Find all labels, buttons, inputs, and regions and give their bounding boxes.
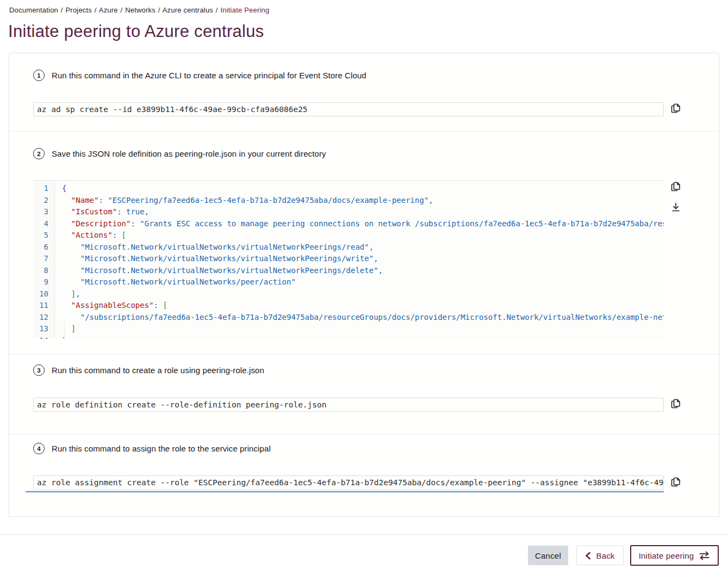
copy-icon bbox=[669, 180, 682, 193]
code-line: "Name": "ESCPeering/fa7eed6a-1ec5-4efa-b… bbox=[62, 195, 664, 207]
initiate-peering-button-label: Initiate peering bbox=[639, 551, 694, 560]
line-number: 2 bbox=[33, 195, 54, 207]
copy-icon bbox=[669, 102, 682, 115]
section-divider bbox=[9, 354, 719, 355]
cancel-button-label: Cancel bbox=[535, 551, 561, 560]
copy-button-step-3[interactable] bbox=[669, 397, 683, 411]
breadcrumb-item-azure-centralus[interactable]: Azure centralus bbox=[163, 6, 213, 14]
download-icon bbox=[669, 201, 682, 214]
download-button-step-2[interactable] bbox=[669, 200, 683, 214]
step-1-command-box[interactable]: az ad sp create --id e3899b11-4f6c-49ae-… bbox=[33, 102, 664, 116]
code-line: "Microsoft.Network/virtualNetworks/virtu… bbox=[62, 242, 664, 254]
breadcrumb-separator: / bbox=[215, 6, 219, 14]
copy-button-step-1[interactable] bbox=[669, 101, 683, 115]
line-number: 11 bbox=[33, 300, 54, 312]
step-2-label: Save this JSON role definition as peerin… bbox=[52, 149, 326, 158]
code-line: "/subscriptions/fa7eed6a-1ec5-4efa-b71a-… bbox=[62, 312, 664, 324]
step-3-label: Run this command to create a role using … bbox=[52, 366, 264, 375]
line-number: 7 bbox=[33, 253, 54, 265]
code-line: ], bbox=[62, 288, 664, 300]
step-4-label: Run this command to assign the role to t… bbox=[52, 444, 271, 453]
line-number: 8 bbox=[33, 265, 54, 277]
code-line: ] bbox=[62, 323, 664, 335]
json-editor[interactable]: 1234567891011121314 { "Name": "ESCPeerin… bbox=[33, 180, 664, 339]
code-line: "Microsoft.Network/virtualNetworks/virtu… bbox=[62, 265, 664, 277]
line-number: 14 bbox=[33, 335, 54, 339]
swap-arrows-icon bbox=[699, 551, 710, 560]
breadcrumb-separator: / bbox=[120, 6, 123, 14]
code-line: "Microsoft.Network/virtualNetworks/virtu… bbox=[62, 253, 664, 265]
cancel-button[interactable]: Cancel bbox=[528, 546, 568, 565]
code-line: { bbox=[62, 183, 664, 195]
line-number: 12 bbox=[33, 312, 54, 324]
step-2-number-badge: 2 bbox=[33, 148, 45, 159]
horizontal-scrollbar[interactable] bbox=[26, 491, 664, 492]
copy-button-step-4[interactable] bbox=[669, 475, 683, 489]
copy-button-step-2[interactable] bbox=[669, 180, 683, 194]
section-divider bbox=[9, 434, 719, 435]
initiate-peering-button[interactable]: Initiate peering bbox=[630, 545, 719, 566]
code-line: "IsCustom": true, bbox=[62, 206, 664, 218]
footer-divider bbox=[0, 534, 728, 535]
steps-card: 1 Run this command in the Azure CLI to c… bbox=[9, 53, 719, 517]
breadcrumb-separator: / bbox=[158, 6, 161, 14]
breadcrumb-separator: / bbox=[94, 6, 97, 14]
breadcrumb-item-documentation[interactable]: Documentation bbox=[9, 6, 58, 14]
line-number-gutter: 1234567891011121314 bbox=[33, 181, 55, 339]
step-3-command-box[interactable]: az role definition create --role-definit… bbox=[33, 398, 664, 412]
line-number: 9 bbox=[33, 276, 54, 288]
copy-icon bbox=[669, 475, 682, 489]
line-number: 13 bbox=[33, 323, 54, 335]
step-1-header: 1 Run this command in the Azure CLI to c… bbox=[33, 70, 366, 81]
code-line: "Description": "Grants ESC access to man… bbox=[62, 218, 664, 230]
step-3-header: 3 Run this command to create a role usin… bbox=[33, 364, 264, 376]
step-1-label: Run this command in the Azure CLI to cre… bbox=[52, 71, 366, 80]
page: { "breadcrumb": { "separator": "/", "ite… bbox=[0, 0, 728, 575]
indent-guide bbox=[64, 321, 65, 339]
step-4-header: 4 Run this command to assign the role to… bbox=[33, 443, 271, 454]
page-title: Initiate peering to Azure centralus bbox=[8, 22, 264, 41]
code-line: } bbox=[62, 335, 664, 339]
code-line: "Microsoft.Network/virtualNetworks/peer/… bbox=[62, 276, 664, 288]
step-3-number-badge: 3 bbox=[33, 364, 45, 376]
back-button-label: Back bbox=[596, 551, 614, 560]
step-4-number-badge: 4 bbox=[33, 443, 45, 454]
line-number: 10 bbox=[33, 288, 54, 300]
line-number: 1 bbox=[33, 183, 54, 195]
line-number: 6 bbox=[33, 242, 54, 254]
step-4-command-box[interactable]: az role assignment create --role "ESCPee… bbox=[33, 475, 664, 490]
code-lines: { "Name": "ESCPeering/fa7eed6a-1ec5-4efa… bbox=[55, 181, 664, 339]
code-line: "Actions": [ bbox=[62, 230, 664, 242]
chevron-left-icon bbox=[585, 552, 591, 560]
code-line: "AssignableScopes": [ bbox=[62, 300, 664, 312]
breadcrumb-current-initiate-peering: Initiate Peering bbox=[220, 6, 269, 14]
step-1-number-badge: 1 bbox=[33, 70, 45, 81]
copy-icon bbox=[669, 397, 682, 410]
breadcrumb-item-projects[interactable]: Projects bbox=[65, 6, 92, 14]
breadcrumb-item-networks[interactable]: Networks bbox=[125, 6, 155, 14]
line-number: 4 bbox=[33, 218, 54, 230]
step-2-header: 2 Save this JSON role definition as peer… bbox=[33, 148, 326, 159]
breadcrumb-item-azure[interactable]: Azure bbox=[99, 6, 118, 14]
line-number: 3 bbox=[33, 206, 54, 218]
back-button[interactable]: Back bbox=[576, 546, 624, 565]
breadcrumb-separator: / bbox=[60, 6, 64, 14]
breadcrumb: Documentation / Projects / Azure / Netwo… bbox=[9, 6, 269, 14]
line-number: 5 bbox=[33, 230, 54, 242]
section-divider bbox=[9, 131, 719, 132]
